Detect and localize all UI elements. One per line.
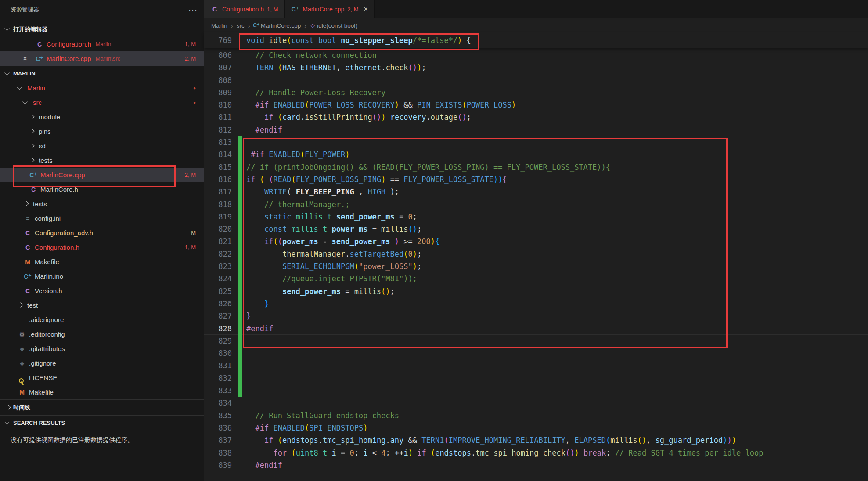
line-number[interactable]: 826 [204, 298, 232, 310]
code-line[interactable]: 834 [204, 397, 868, 409]
code-line[interactable]: 824 //queue.inject_P(PSTR("M81")); [204, 273, 868, 285]
line-number[interactable]: 837 [204, 434, 232, 446]
code-line[interactable]: 823 SERIAL_ECHOLNPGM("power_LOSS"); [204, 260, 868, 273]
breadcrumb-item[interactable]: src [237, 22, 245, 29]
sticky-line[interactable]: 769void idle(const bool no_stepper_sleep… [204, 32, 868, 48]
code-line[interactable]: 838 for (uint8_t i = 0; i < 4; ++i) if (… [204, 447, 868, 459]
open-editor-item[interactable]: CConfiguration.hMarlin1, M [0, 37, 204, 51]
line-number[interactable]: 839 [204, 459, 232, 471]
line-number[interactable]: 806 [204, 49, 232, 61]
code-line[interactable]: 836 #if ENABLED(SPI_ENDSTOPS) [204, 422, 868, 434]
line-number[interactable]: 821 [204, 235, 232, 248]
code-line[interactable]: 820 const millis_t power_ms = millis(); [204, 223, 868, 235]
tree-folder-test[interactable]: test [0, 298, 204, 312]
code-line[interactable]: 821 if((power_ms - send_power_ms ) >= 20… [204, 235, 868, 248]
tree-folder-tests[interactable]: tests [0, 153, 204, 168]
tree-file-Version.h[interactable]: CVersion.h [0, 284, 204, 298]
tree-file-Configuration.h[interactable]: CConfiguration.h1, M [0, 240, 204, 255]
line-number[interactable]: 808 [204, 74, 232, 86]
line-number[interactable]: 807 [204, 61, 232, 74]
line-number[interactable]: 827 [204, 310, 232, 322]
line-number[interactable]: 820 [204, 223, 232, 235]
tree-folder-src[interactable]: src● [0, 95, 204, 110]
code-line[interactable]: 828#endif [204, 323, 868, 335]
tree-file-.editorconfig[interactable]: ⚙.editorconfig [0, 327, 204, 341]
code-line[interactable]: 829 [204, 335, 868, 347]
line-number[interactable]: 819 [204, 211, 232, 223]
code-line[interactable]: 819 static millis_t send_power_ms = 0; [204, 211, 868, 223]
line-number[interactable]: 812 [204, 124, 232, 136]
line-number[interactable]: 834 [204, 397, 232, 409]
line-number[interactable]: 814 [204, 148, 232, 161]
code-line[interactable]: 832 [204, 372, 868, 384]
code-line[interactable]: 807 TERN_(HAS_ETHERNET, ethernet.check()… [204, 61, 868, 74]
tree-folder-tests[interactable]: tests [0, 197, 204, 211]
tree-folder-pins[interactable]: pins [0, 124, 204, 139]
line-number[interactable]: 810 [204, 99, 232, 111]
tree-file-Makefile[interactable]: MMakefile [0, 255, 204, 269]
line-number[interactable]: 830 [204, 347, 232, 359]
line-number[interactable]: 833 [204, 384, 232, 397]
code-line[interactable]: 810 #if ENABLED(POWER_LOSS_RECOVERY) && … [204, 99, 868, 111]
line-number[interactable]: 831 [204, 359, 232, 372]
line-number[interactable]: 832 [204, 372, 232, 384]
code-line[interactable]: 837 if (endstops.tmc_spi_homing.any && T… [204, 434, 868, 446]
tree-file-.gitattributes[interactable]: ◆.gitattributes [0, 341, 204, 356]
tab-configuration.h[interactable]: CConfiguration.h1, M [204, 0, 285, 18]
line-number[interactable]: 815 [204, 161, 232, 173]
line-number[interactable]: 823 [204, 260, 232, 273]
tree-file-MarlinCore.h[interactable]: CMarlinCore.h [0, 182, 204, 197]
code-line[interactable]: 825 send_power_ms = millis(); [204, 285, 868, 298]
open-editor-item[interactable]: ×C⁺MarlinCore.cppMarlin\src2, M [0, 51, 204, 66]
close-icon[interactable]: × [23, 54, 27, 63]
more-actions-icon[interactable]: ··· [188, 5, 198, 14]
tree-file-Makefile[interactable]: MMakefile [0, 385, 204, 399]
code-line[interactable]: 835 // Run StallGuard endstop checks [204, 409, 868, 422]
close-icon[interactable]: × [364, 5, 367, 13]
code-line[interactable]: 833 [204, 384, 868, 397]
tree-file-.aiderignore[interactable]: ≡.aiderignore [0, 312, 204, 327]
code-line[interactable]: 831 [204, 359, 868, 372]
sticky-scroll-header[interactable]: 769void idle(const bool no_stepper_sleep… [204, 32, 868, 48]
breadcrumb-item[interactable]: MarlinCore.cpp [261, 22, 301, 29]
line-number[interactable]: 829 [204, 335, 232, 347]
code-line[interactable]: 812 #endif [204, 124, 868, 136]
tree-file-Configuration_adv.h[interactable]: CConfiguration_adv.hM [0, 226, 204, 240]
line-number[interactable]: 818 [204, 198, 232, 211]
code-line[interactable]: 817 WRITE( FLY_BEEP_PING , HIGH ); [204, 186, 868, 198]
tree-file-Marlin.ino[interactable]: C⁺Marlin.ino [0, 269, 204, 284]
code-editor[interactable]: 769void idle(const bool no_stepper_sleep… [204, 32, 868, 481]
workspace-section-header[interactable]: MARLIN [0, 66, 204, 81]
tab-marlincore.cpp[interactable]: C⁺MarlinCore.cpp2, M× [285, 0, 375, 18]
timeline-section-header[interactable]: 时间线 [0, 399, 204, 415]
line-number[interactable]: 828 [204, 323, 232, 335]
line-number[interactable]: 835 [204, 409, 232, 422]
line-number[interactable]: 836 [204, 422, 232, 434]
code-line[interactable]: 808 [204, 74, 868, 86]
code-line[interactable]: 822 thermalManager.setTargetBed(0); [204, 248, 868, 260]
line-number[interactable]: 825 [204, 285, 232, 298]
tree-file-LICENSE[interactable]: LICENSE [0, 370, 204, 385]
code-line[interactable]: 816if ( (READ(FLY_POWER_LOSS_PING) == FL… [204, 173, 868, 186]
code-line[interactable]: 839 #endif [204, 459, 868, 471]
tree-folder-module[interactable]: module [0, 110, 204, 124]
tree-folder-Marlin[interactable]: Marlin● [0, 81, 204, 95]
breadcrumb-item[interactable]: idle(const bool) [317, 22, 357, 29]
line-number[interactable]: 769 [204, 32, 232, 48]
line-number[interactable]: 824 [204, 273, 232, 285]
line-number[interactable]: 838 [204, 447, 232, 459]
open-editors-section-header[interactable]: 打开的编辑器 [0, 22, 204, 37]
code-line[interactable]: 815// if (printJobOngoing() && (READ(FLY… [204, 161, 868, 173]
line-number[interactable]: 816 [204, 173, 232, 186]
code-line[interactable]: 826 } [204, 298, 868, 310]
line-number[interactable]: 809 [204, 86, 232, 99]
code-line[interactable]: 806 // Check network connection [204, 49, 868, 61]
code-line[interactable]: 814 #if ENABLED(FLY_POWER) [204, 148, 868, 161]
code-line[interactable]: 811 if (card.isStillPrinting()) recovery… [204, 111, 868, 123]
line-number[interactable]: 811 [204, 111, 232, 123]
code-line[interactable]: 809 // Handle Power-Loss Recovery [204, 86, 868, 99]
code-line[interactable]: 827} [204, 310, 868, 322]
line-number[interactable]: 813 [204, 136, 232, 148]
tree-file-.gitignore[interactable]: ◆.gitignore [0, 356, 204, 370]
line-number[interactable]: 822 [204, 248, 232, 260]
